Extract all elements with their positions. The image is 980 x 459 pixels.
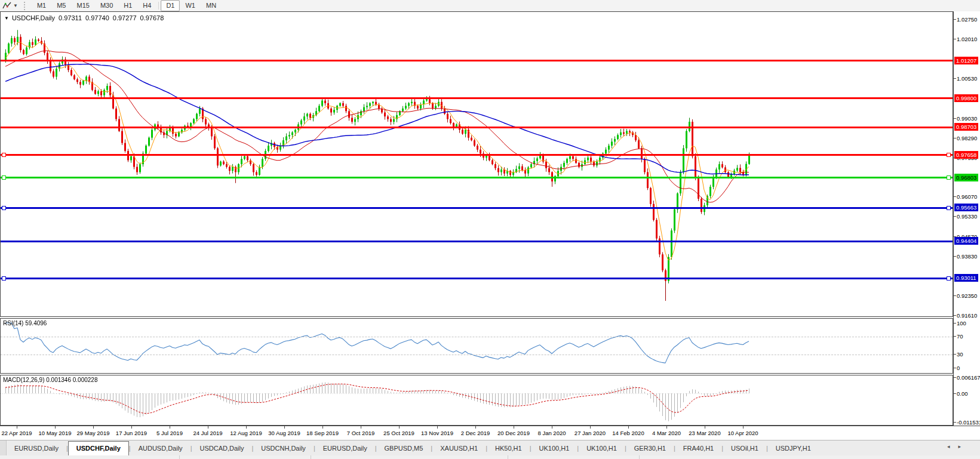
toolbar-grip-handle[interactable] bbox=[24, 2, 28, 10]
rsi-axis-tick-0: 0 bbox=[957, 365, 960, 371]
chart-tab-fra40-h1[interactable]: FRA40,H1 bbox=[675, 441, 721, 455]
drawing-tool-button[interactable]: ▼ bbox=[0, 0, 20, 11]
chevron-down-icon[interactable]: ▼ bbox=[13, 3, 18, 8]
date-tick-mark bbox=[55, 426, 56, 429]
chart-tab-ger30-h1[interactable]: GER30,H1 bbox=[626, 441, 674, 455]
chart-tab-usdcad-daily[interactable]: USDCAD,Daily bbox=[192, 441, 251, 455]
price-tick-0.93830: 0.93830 bbox=[957, 253, 977, 260]
hline-handle-0.97658[interactable] bbox=[947, 153, 951, 157]
status-strip-separator bbox=[311, 455, 311, 459]
hline-handle-0.93011[interactable] bbox=[947, 276, 951, 281]
symbol-dropdown-icon[interactable]: ▼ bbox=[4, 16, 9, 21]
tabbar-stub bbox=[0, 440, 7, 456]
price-tick-1.02750: 1.02750 bbox=[957, 16, 977, 23]
timeframe-button-h1[interactable]: H1 bbox=[118, 0, 137, 11]
chart-tab-usoil-h1[interactable]: USOil,H1 bbox=[723, 441, 766, 455]
price-badge-1.01207: 1.01207 bbox=[954, 57, 978, 64]
date-tick-mark bbox=[514, 426, 514, 429]
tab-scroll-right-icon[interactable]: ▸ bbox=[958, 443, 969, 449]
chart-tab-hk50-h1[interactable]: HK50,H1 bbox=[487, 441, 530, 455]
date-tick-30-Aug-2019: 30 Aug 2019 bbox=[268, 430, 300, 436]
macd-label: MACD(12,26,9) 0.001346 0.000228 bbox=[3, 377, 97, 383]
timeframe-button-mn[interactable]: MN bbox=[201, 0, 222, 11]
hline-0.99800[interactable] bbox=[1, 97, 953, 99]
date-tick-29-May-2019: 29 May 2019 bbox=[77, 430, 110, 436]
price-tick-0.99030: 0.99030 bbox=[957, 115, 977, 122]
timeframe-button-m15[interactable]: M15 bbox=[71, 0, 94, 11]
hline-0.95663[interactable] bbox=[1, 207, 953, 209]
date-tick-25-Oct-2019: 25 Oct 2019 bbox=[383, 430, 414, 436]
price-tick-0.96070: 0.96070 bbox=[957, 193, 977, 200]
hline-handle-0.95663[interactable] bbox=[2, 206, 6, 210]
rsi-axis-tick-30: 30 bbox=[957, 351, 963, 358]
chart-tab-uk100-h1[interactable]: UK100,H1 bbox=[579, 441, 625, 455]
date-tick-27-Jan-2020: 27 Jan 2020 bbox=[575, 430, 606, 436]
price-axis[interactable]: 1.027501.020101.005300.990300.982900.975… bbox=[953, 11, 980, 426]
timeframe-button-m30[interactable]: M30 bbox=[95, 0, 118, 11]
hline-1.01207[interactable] bbox=[1, 60, 953, 61]
candlestick-canvas[interactable] bbox=[1, 12, 953, 316]
quote-close: 0.97678 bbox=[140, 14, 164, 21]
macd-indicator-panel[interactable]: MACD(12,26,9) 0.001346 0.000228 bbox=[0, 375, 953, 426]
chart-tab-eurusd-daily[interactable]: EURUSD,Daily bbox=[7, 441, 66, 455]
timeframe-button-h4[interactable]: H4 bbox=[137, 0, 156, 11]
date-tick-mark bbox=[475, 426, 476, 429]
rsi-canvas[interactable] bbox=[1, 319, 953, 373]
rsi-axis-tick-70: 70 bbox=[957, 333, 963, 340]
chart-tab-usdjpy-h1[interactable]: USDJPY,H1 bbox=[768, 441, 819, 455]
timeframe-button-m1[interactable]: M1 bbox=[32, 0, 51, 11]
chart-tab-xauusd-h1[interactable]: XAUUSD,H1 bbox=[432, 441, 486, 455]
tab-scroll-left-icon[interactable]: ◂ bbox=[947, 443, 959, 449]
date-tick-mark bbox=[399, 426, 400, 429]
date-tick-10-Apr-2020: 10 Apr 2020 bbox=[727, 430, 758, 436]
timeframe-button-d1[interactable]: D1 bbox=[161, 0, 180, 11]
date-tick-mark bbox=[284, 426, 285, 429]
date-tick-12-Aug-2019: 12 Aug 2019 bbox=[230, 430, 262, 436]
rsi-indicator-panel[interactable]: RSI(14) 59.4096 bbox=[0, 318, 953, 374]
date-tick-17-Jun-2019: 17 Jun 2019 bbox=[116, 430, 147, 436]
price-tick-0.92350: 0.92350 bbox=[957, 292, 977, 299]
hline-0.96803[interactable] bbox=[1, 177, 953, 178]
hline-handle-0.95663[interactable] bbox=[947, 206, 951, 210]
hline-0.98703[interactable] bbox=[1, 127, 953, 128]
hline-handle-0.96803[interactable] bbox=[2, 175, 6, 180]
hline-handle-0.97658[interactable] bbox=[2, 153, 6, 157]
status-strip-separator bbox=[508, 455, 508, 459]
price-badge-0.95663: 0.95663 bbox=[954, 204, 978, 211]
chart-title: ▼ USDCHF,Daily 0.97311 0.97740 0.97277 0… bbox=[4, 14, 167, 21]
quote-open: 0.97311 bbox=[59, 14, 82, 21]
price-chart-panel[interactable]: ▼ USDCHF,Daily 0.97311 0.97740 0.97277 0… bbox=[0, 11, 953, 317]
date-tick-mark bbox=[131, 426, 132, 429]
date-tick-mark bbox=[743, 426, 744, 429]
date-tick-22-Apr-2019: 22 Apr 2019 bbox=[1, 430, 32, 436]
tab-scroll-arrows[interactable]: ◂▸ bbox=[947, 443, 969, 449]
date-tick-mark bbox=[93, 426, 94, 429]
chart-tab-usdcnh-daily[interactable]: USDCNH,Daily bbox=[253, 441, 314, 455]
price-tick-1.00530: 1.00530 bbox=[957, 75, 977, 82]
macd-axis-tick-0.006167: 0.006167 bbox=[957, 374, 980, 381]
chart-tab-eurusd-daily[interactable]: EURUSD,Daily bbox=[315, 441, 375, 455]
timeframe-toolbar: ▼ M1M5M15M30H1H4D1W1MN bbox=[0, 0, 980, 12]
hline-handle-0.93011[interactable] bbox=[2, 276, 6, 281]
timeframe-button-m5[interactable]: M5 bbox=[51, 0, 71, 11]
price-tick-1.02010: 1.02010 bbox=[957, 36, 977, 42]
price-badge-0.93011: 0.93011 bbox=[954, 274, 978, 282]
macd-axis-tick--0.011531: -0.011531 bbox=[957, 419, 980, 426]
date-tick-8-Jan-2020: 8 Jan 2020 bbox=[537, 430, 566, 436]
hline-0.97658[interactable] bbox=[1, 154, 953, 156]
macd-canvas[interactable] bbox=[1, 375, 953, 425]
timeframe-button-w1[interactable]: W1 bbox=[180, 0, 201, 11]
price-badge-0.94404: 0.94404 bbox=[954, 237, 978, 245]
chart-tab-audusd-daily[interactable]: AUDUSD,Daily bbox=[131, 441, 191, 455]
date-axis[interactable]: 22 Apr 201910 May 201929 May 201917 Jun … bbox=[0, 426, 980, 440]
chart-tab-uk100-h1[interactable]: UK100,H1 bbox=[532, 441, 577, 455]
chart-tab-gbpusd-m5[interactable]: GBPUSD,M5 bbox=[377, 441, 431, 455]
hline-0.93011[interactable] bbox=[1, 278, 953, 279]
hline-handle-0.96803[interactable] bbox=[947, 175, 951, 180]
hline-0.94404[interactable] bbox=[1, 241, 953, 242]
date-tick-mark bbox=[208, 426, 208, 429]
date-tick-mark bbox=[552, 426, 552, 429]
date-tick-mark bbox=[246, 426, 247, 429]
chart-tab-usdchf-daily[interactable]: USDCHF,Daily bbox=[68, 441, 129, 456]
date-tick-7-Oct-2019: 7 Oct 2019 bbox=[347, 430, 374, 436]
